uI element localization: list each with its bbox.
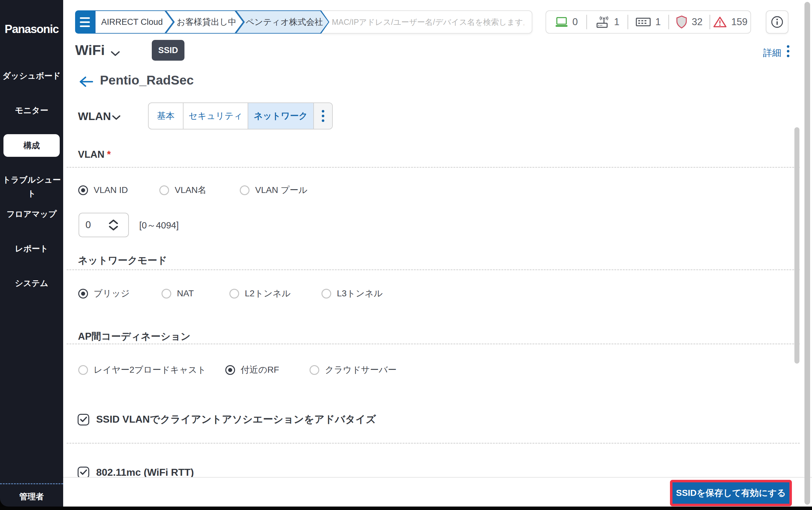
radio-icon: [310, 365, 319, 375]
panasonic-logo: Panasonic: [0, 23, 63, 36]
sidebar-item-troubleshoot[interactable]: トラブルシュート: [0, 173, 63, 187]
breadcrumb: AIRRECT Cloud お客様貸出し中 ペンティオ株式会社: [94, 10, 329, 34]
ssid-badge[interactable]: SSID: [152, 40, 184, 61]
required-mark: *: [107, 149, 111, 160]
tab-security[interactable]: セキュリティ: [183, 103, 248, 129]
more-options-icon[interactable]: [787, 45, 789, 57]
sidebar-item-system[interactable]: システム: [0, 276, 63, 290]
radio-cloud-server[interactable]: クラウドサーバー: [310, 364, 397, 376]
page-title: WiFi: [75, 42, 105, 58]
radio-vlan-name[interactable]: VLAN名: [159, 184, 206, 196]
radio-vlan-pool[interactable]: VLAN プール: [240, 184, 307, 196]
radio-icon: [240, 186, 250, 195]
switch-icon: [636, 18, 651, 26]
radio-selected-icon: [78, 186, 88, 195]
inner-scrollbar-thumb[interactable]: [794, 127, 800, 364]
alert-triangle-icon: [713, 16, 727, 28]
radio-l2-tunnel[interactable]: L2トンネル: [229, 287, 291, 300]
radio-icon: [321, 289, 331, 299]
sidebar-item-configuration[interactable]: 構成: [3, 134, 60, 157]
radio-icon: [229, 289, 239, 299]
radio-selected-icon: [225, 365, 235, 375]
sidebar-item-dashboard[interactable]: ダッシュボード: [0, 69, 63, 83]
radio-layer2-broadcast[interactable]: レイヤー2ブロードキャスト: [78, 364, 206, 376]
breadcrumb-customer-loan[interactable]: お客様貸出し中: [166, 10, 244, 34]
access-point-icon: [595, 16, 610, 28]
chevron-down-icon[interactable]: [111, 51, 120, 57]
radio-vlan-id[interactable]: VLAN ID: [78, 184, 128, 196]
radio-icon: [162, 289, 171, 299]
ap-coordination-heading: AP間コーディネーション: [78, 330, 191, 343]
radio-nearby-rf[interactable]: 付近のRF: [225, 364, 279, 376]
search-input[interactable]: [319, 11, 532, 33]
hamburger-menu-icon[interactable]: [75, 10, 94, 34]
radio-l3-tunnel[interactable]: L3トンネル: [321, 287, 383, 300]
status-security[interactable]: 32: [669, 16, 709, 29]
laptop-icon: [555, 17, 568, 27]
sidebar: Panasonic ダッシュボード モニター 構成 トラブルシュート フロアマッ…: [0, 0, 63, 507]
details-link[interactable]: 詳細: [763, 47, 781, 59]
save-and-activate-ssid-button[interactable]: SSIDを保存して有効にする: [672, 482, 789, 504]
status-alerts[interactable]: 159: [710, 16, 750, 28]
tab-network[interactable]: ネットワーク: [248, 103, 313, 129]
section-divider: [67, 443, 800, 444]
checkbox-checked-icon: [78, 466, 89, 478]
vlan-id-input-group: [79, 213, 129, 237]
admin-label[interactable]: 管理者: [0, 490, 63, 503]
section-divider: [67, 167, 800, 168]
tab-more-options-icon[interactable]: [313, 103, 332, 129]
sidebar-divider: [0, 483, 63, 484]
radio-nat[interactable]: NAT: [162, 287, 194, 300]
checkbox-checked-icon: [78, 414, 89, 425]
section-divider: [67, 343, 800, 344]
radio-selected-icon: [78, 289, 88, 299]
section-divider: [67, 269, 800, 270]
network-mode-heading: ネットワークモード: [78, 254, 167, 267]
status-switches[interactable]: 1: [628, 16, 668, 28]
status-counter-bar: 0 1 1 32 159: [546, 10, 751, 34]
global-search: [319, 10, 532, 34]
radio-icon: [78, 365, 88, 375]
ssid-name-title: Pentio_RadSec: [100, 73, 194, 88]
radio-icon: [159, 186, 169, 195]
checkbox-advertise-client-association[interactable]: SSID VLANでクライアントアソシエーションをアドバタイズ: [78, 413, 376, 426]
sidebar-item-floormap[interactable]: フロアマップ: [0, 207, 63, 221]
shield-icon: [676, 16, 687, 29]
tab-basic[interactable]: 基本: [149, 103, 183, 129]
outer-scrollbar-thumb[interactable]: [805, 2, 810, 505]
sidebar-item-report[interactable]: レポート: [0, 242, 63, 255]
number-stepper[interactable]: [109, 219, 118, 231]
vlan-id-input[interactable]: [79, 219, 108, 231]
wlan-tabs: 基本 セキュリティ ネットワーク: [148, 103, 333, 130]
chevron-up-icon: [109, 219, 118, 224]
vlan-heading: VLAN*: [78, 149, 111, 160]
radio-bridge[interactable]: ブリッジ: [78, 287, 130, 300]
status-access-points[interactable]: 1: [587, 16, 627, 28]
chevron-down-icon: [109, 226, 118, 231]
bottom-edge-bar: [0, 507, 812, 510]
back-arrow-icon[interactable]: [79, 75, 94, 89]
chevron-down-icon[interactable]: [112, 115, 121, 120]
wlan-label: WLAN: [78, 110, 111, 122]
highlight-annotation: SSIDを保存して有効にする: [670, 480, 792, 506]
breadcrumb-airrect-cloud[interactable]: AIRRECT Cloud: [94, 10, 174, 34]
info-icon: [771, 16, 784, 29]
status-clients[interactable]: 0: [546, 16, 586, 28]
sidebar-item-monitor[interactable]: モニター: [0, 103, 63, 117]
info-button[interactable]: [766, 10, 788, 34]
vlan-range-hint: [0～4094]: [139, 219, 179, 232]
breadcrumb-pentio[interactable]: ペンティオ株式会社: [236, 10, 329, 34]
